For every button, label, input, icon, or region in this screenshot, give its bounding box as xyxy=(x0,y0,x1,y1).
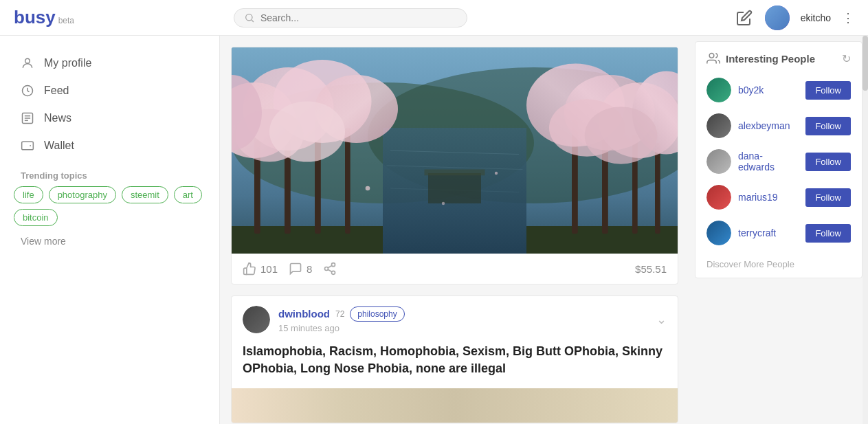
avatar-img-terry xyxy=(706,221,731,245)
header-right: ekitcho ⋮ xyxy=(735,5,854,30)
tag-steemit[interactable]: steemit xyxy=(122,186,168,203)
person-row-alexbeyman: alexbeyman Follow xyxy=(695,108,862,144)
avatar-img-dwinblood xyxy=(243,306,270,333)
expand-button-2[interactable]: ⌄ xyxy=(656,312,667,327)
author-name-2[interactable]: dwinblood xyxy=(278,308,330,320)
sidebar-label-my-profile: My profile xyxy=(44,57,91,69)
svg-rect-40 xyxy=(425,170,485,176)
avatar-img-b0y2k xyxy=(706,78,731,102)
like-count-1: 101 xyxy=(260,263,278,275)
svg-point-45 xyxy=(325,267,329,271)
logo[interactable]: busy xyxy=(14,7,56,28)
header-username[interactable]: ekitcho xyxy=(801,12,831,23)
avatar-img xyxy=(765,5,790,30)
sidebar-item-my-profile[interactable]: My profile xyxy=(0,49,219,77)
interesting-people-card: Interesting People ↻ b0y2k Follow alexbe… xyxy=(695,41,863,278)
right-panel: Interesting People ↻ b0y2k Follow alexbe… xyxy=(689,36,868,424)
person-row-marius19: marius19 Follow xyxy=(695,179,862,215)
person-name-b0y2k[interactable]: b0y2k xyxy=(738,85,799,96)
svg-point-46 xyxy=(332,271,335,274)
refresh-icon[interactable]: ↻ xyxy=(842,52,851,65)
svg-point-42 xyxy=(495,172,498,175)
post-card-2: dwinblood 72 philosophy 15 minutes ago ⌄… xyxy=(231,295,678,423)
svg-point-49 xyxy=(709,54,714,58)
tag-photography[interactable]: photography xyxy=(49,186,116,203)
author-time-2: 15 minutes ago xyxy=(278,323,648,333)
content-area: 101 8 $55.51 xyxy=(220,36,689,424)
svg-rect-21 xyxy=(345,128,350,234)
svg-rect-39 xyxy=(428,173,481,203)
svg-point-41 xyxy=(366,186,370,191)
search-input[interactable] xyxy=(260,12,453,23)
svg-line-47 xyxy=(329,269,333,271)
svg-point-0 xyxy=(246,14,252,20)
ip-header: Interesting People ↻ xyxy=(695,42,862,72)
ip-title: Interesting People xyxy=(706,52,815,65)
follow-button-dana[interactable]: Follow xyxy=(805,153,851,171)
sidebar-label-news: News xyxy=(44,112,71,124)
sidebar-item-wallet[interactable]: Wallet xyxy=(0,132,219,159)
search-icon xyxy=(244,12,255,23)
svg-point-44 xyxy=(332,263,335,267)
search-area xyxy=(234,8,735,27)
follow-button-terry[interactable]: Follow xyxy=(805,224,851,243)
share-icon xyxy=(323,262,337,276)
follow-button-alexbeyman[interactable]: Follow xyxy=(805,117,851,135)
person-avatar-alexbeyman xyxy=(706,113,731,138)
more-options-icon[interactable]: ⋮ xyxy=(842,10,854,25)
person-avatar-marius xyxy=(706,185,731,210)
tag-art[interactable]: art xyxy=(174,186,202,203)
post-tag-2[interactable]: philosophy xyxy=(350,306,404,322)
scroll-thumb[interactable] xyxy=(863,36,868,91)
person-name-alexbeyman[interactable]: alexbeyman xyxy=(738,120,799,131)
person-avatar-b0y2k xyxy=(706,78,731,102)
person-icon xyxy=(21,56,34,70)
svg-line-1 xyxy=(252,20,254,22)
wallet-icon xyxy=(21,139,34,153)
svg-line-48 xyxy=(329,265,333,267)
tag-life[interactable]: life xyxy=(14,186,43,203)
author-avatar-2[interactable] xyxy=(243,306,270,333)
news-icon xyxy=(21,111,34,125)
post-title-2[interactable]: Islamophobia, Racism, Homophobia, Sexism… xyxy=(232,343,678,388)
share-button-1[interactable] xyxy=(323,262,337,276)
view-more[interactable]: View more xyxy=(0,226,219,256)
like-icon xyxy=(243,262,256,276)
discover-more[interactable]: Discover More People xyxy=(695,251,862,278)
ip-section-title: Interesting People xyxy=(726,53,815,65)
cherry-blossom-scene xyxy=(232,47,678,254)
edit-icon[interactable] xyxy=(735,8,754,27)
person-name-terry[interactable]: terrycraft xyxy=(738,227,799,238)
sidebar-label-feed: Feed xyxy=(44,85,69,97)
sidebar-label-wallet: Wallet xyxy=(44,140,74,152)
main-container: My profile Feed News Wa xyxy=(0,36,868,424)
svg-point-38 xyxy=(585,107,658,164)
sidebar-item-news[interactable]: News xyxy=(0,104,219,132)
tag-bitcoin[interactable]: bitcoin xyxy=(14,209,58,226)
header: busy beta ekitcho ⋮ xyxy=(0,0,868,36)
like-button-1[interactable]: 101 xyxy=(243,262,278,276)
search-box xyxy=(234,8,467,27)
person-name-marius[interactable]: marius19 xyxy=(738,192,799,203)
logo-area: busy beta xyxy=(14,7,234,28)
post-thumbnail-2 xyxy=(232,388,678,423)
comment-icon xyxy=(289,262,302,276)
follow-button-marius[interactable]: Follow xyxy=(805,188,851,207)
author-info-2: dwinblood 72 philosophy 15 minutes ago xyxy=(278,306,648,333)
svg-point-31 xyxy=(269,102,345,162)
avatar[interactable] xyxy=(765,5,790,30)
post-footer-1: 101 8 $55.51 xyxy=(232,254,678,284)
comment-count-1: 8 xyxy=(307,263,312,275)
svg-point-43 xyxy=(442,202,445,205)
follow-button-b0y2k[interactable]: Follow xyxy=(805,81,851,100)
person-name-dana[interactable]: dana-edwards xyxy=(738,150,799,172)
person-row-b0y2k: b0y2k Follow xyxy=(695,72,862,108)
feed-icon xyxy=(21,84,34,98)
author-name-row-2: dwinblood 72 philosophy xyxy=(278,306,648,322)
comment-button-1[interactable]: 8 xyxy=(289,262,312,276)
avatar-img-alex xyxy=(706,113,731,138)
scrollbar[interactable] xyxy=(863,36,868,424)
sidebar-item-feed[interactable]: Feed xyxy=(0,77,219,104)
payout-1: $55.51 xyxy=(635,263,667,275)
person-avatar-terry xyxy=(706,221,731,245)
